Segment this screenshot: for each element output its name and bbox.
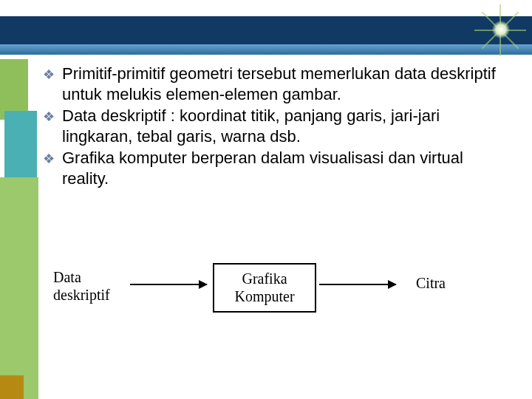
diamond-bullet-icon: ❖ xyxy=(43,68,56,81)
bullet-item: ❖ Data deskriptif : koordinat titik, pan… xyxy=(43,106,510,146)
bullet-text: Data deskriptif : koordinat titik, panja… xyxy=(62,106,440,146)
arrow-icon xyxy=(130,284,207,285)
diagram-node-grafika: Grafika Komputer xyxy=(213,263,316,313)
diagram-node-label: Data deskriptif xyxy=(53,269,110,303)
diagram-node-label: Grafika Komputer xyxy=(234,270,294,304)
diagram-node-label: Citra xyxy=(416,275,446,291)
header-light-bar xyxy=(0,44,532,55)
diagram-node-data: Data deskriptif xyxy=(53,269,130,304)
flow-diagram: Data deskriptif Grafika Komputer Citra xyxy=(53,245,467,334)
deco-block-gold xyxy=(0,375,24,399)
bullet-item: ❖ Grafika komputer berperan dalam visual… xyxy=(43,148,510,188)
content-area: ❖ Primitif-primitif geometri tersebut me… xyxy=(43,64,510,190)
bullet-text: Grafika komputer berperan dalam visualis… xyxy=(62,149,463,188)
diamond-bullet-icon: ❖ xyxy=(43,152,56,166)
deco-block-green-bottom xyxy=(0,177,38,399)
bullet-text: Primitif-primitif geometri tersebut meme… xyxy=(62,64,496,103)
bullet-list: ❖ Primitif-primitif geometri tersebut me… xyxy=(43,64,510,188)
bullet-item: ❖ Primitif-primitif geometri tersebut me… xyxy=(43,64,510,104)
arrow-icon xyxy=(319,284,396,285)
diagram-node-citra: Citra xyxy=(405,275,457,293)
diamond-bullet-icon: ❖ xyxy=(43,110,56,123)
